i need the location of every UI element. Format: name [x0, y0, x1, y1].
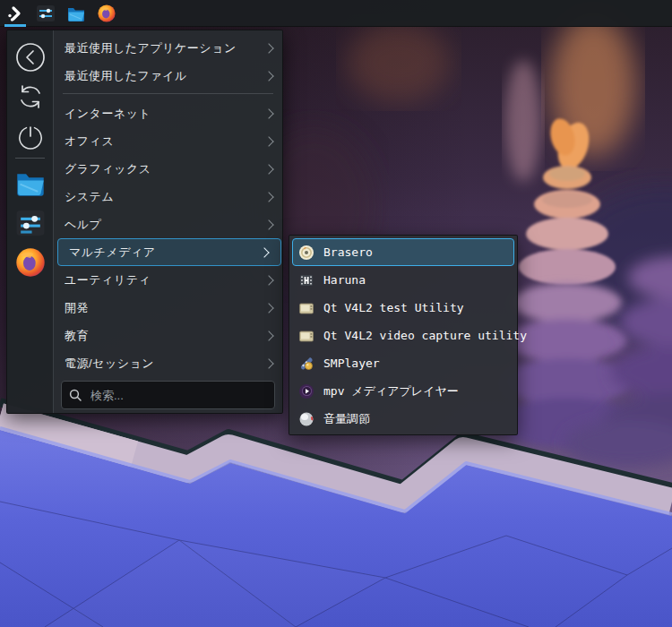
favorite-firefox[interactable]	[7, 245, 53, 280]
restart-button[interactable]	[7, 79, 53, 115]
shutdown-icon	[14, 121, 47, 153]
submenu-item-label: 音量調節	[323, 411, 370, 427]
application-launcher-menu: 最近使用したアプリケーション 最近使用したファイル インターネット オフィス グ…	[6, 30, 283, 414]
submenu-item-haruna[interactable]: Haruna	[292, 266, 514, 294]
launcher-sidebar	[7, 30, 54, 413]
taskbar-system-settings[interactable]	[30, 0, 61, 27]
search-box	[61, 381, 275, 409]
sidebar-separator	[15, 158, 45, 159]
menu-separator	[63, 93, 273, 94]
category-label: 電源/セッション	[65, 356, 265, 372]
category-label: ヘルプ	[65, 217, 265, 233]
taskbar-firefox[interactable]	[91, 0, 122, 27]
launcher-category-list: 最近使用したアプリケーション 最近使用したファイル インターネット オフィス グ…	[54, 30, 282, 413]
favorite-file-manager[interactable]	[7, 165, 53, 201]
submenu-item-label: Qt V4L2 video capture utility	[323, 329, 527, 342]
chevron-right-icon	[263, 303, 273, 313]
submenu-item-label: mpv メディアプレイヤー	[323, 383, 459, 399]
submenu-item-label: Haruna	[323, 273, 366, 287]
active-task-indicator	[4, 24, 26, 27]
back-button[interactable]	[7, 39, 53, 75]
smplayer-icon	[298, 356, 314, 372]
v4l2-tv-icon	[298, 328, 314, 344]
category-label: 教育	[65, 328, 265, 344]
category-internet[interactable]: インターネット	[54, 99, 285, 127]
submenu-item-volume-control[interactable]: 音量調節	[292, 405, 514, 433]
menu-item-recent-applications[interactable]: 最近使用したアプリケーション	[54, 34, 285, 62]
chevron-right-icon	[263, 219, 273, 229]
settings-sliders-icon	[15, 208, 46, 238]
category-development[interactable]: 開発	[54, 294, 285, 322]
submenu-item-label: Qt V4L2 test Utility	[323, 301, 464, 314]
volume-sphere-icon	[298, 411, 314, 427]
category-label: システム	[65, 189, 265, 205]
back-icon	[14, 41, 47, 73]
firefox-icon	[97, 4, 116, 23]
chevron-right-icon	[263, 71, 273, 81]
chevron-right-icon	[263, 192, 273, 202]
category-label: インターネット	[65, 106, 265, 122]
chevron-right-icon	[263, 331, 273, 340]
category-label: グラフィックス	[65, 161, 265, 177]
category-label: ユーティリティ	[65, 272, 265, 288]
folder-icon	[66, 4, 86, 23]
submenu-item-label: SMPlayer	[323, 356, 380, 370]
settings-sliders-icon	[36, 4, 56, 23]
category-power-session[interactable]: 電源/セッション	[54, 349, 285, 377]
chevron-right-icon	[263, 108, 273, 118]
search-icon	[69, 389, 82, 401]
mpv-icon	[298, 383, 314, 399]
chevron-right-icon	[263, 136, 273, 146]
chevron-right-icon	[263, 275, 273, 285]
submenu-item-qt-v4l2-test[interactable]: Qt V4L2 test Utility	[292, 294, 514, 322]
folder-icon	[14, 167, 47, 199]
chevron-right-icon	[259, 247, 269, 257]
submenu-item-brasero[interactable]: Brasero	[292, 238, 514, 266]
category-label: オフィス	[65, 133, 265, 150]
category-education[interactable]: 教育	[54, 322, 285, 349]
category-system[interactable]: システム	[54, 183, 285, 210]
submenu-item-qt-v4l2-capture[interactable]: Qt V4L2 video capture utility	[292, 322, 514, 349]
menu-item-label: 最近使用したアプリケーション	[65, 40, 265, 56]
search-input[interactable]	[89, 388, 267, 403]
chevron-right-icon	[263, 43, 273, 53]
kde-launcher-icon	[5, 4, 25, 23]
firefox-icon	[14, 246, 47, 279]
menu-item-label: 最近使用したファイル	[65, 68, 265, 84]
category-label: 開発	[65, 300, 265, 316]
brasero-disc-icon	[298, 245, 314, 261]
menu-item-recent-files[interactable]: 最近使用したファイル	[54, 62, 285, 90]
v4l2-tv-icon	[298, 300, 314, 316]
category-office[interactable]: オフィス	[54, 127, 285, 155]
top-panel	[0, 0, 672, 27]
taskbar-file-manager[interactable]	[61, 0, 91, 27]
category-label: マルチメディア	[69, 245, 261, 261]
category-help[interactable]: ヘルプ	[54, 210, 285, 238]
category-utilities[interactable]: ユーティリティ	[54, 266, 285, 294]
submenu-item-smplayer[interactable]: SMPlayer	[292, 349, 514, 377]
favorite-system-settings[interactable]	[7, 205, 53, 241]
taskbar-app-launcher[interactable]	[0, 0, 30, 27]
shutdown-button[interactable]	[7, 119, 53, 155]
submenu-item-label: Brasero	[323, 245, 373, 259]
submenu-item-mpv[interactable]: mpv メディアプレイヤー	[292, 377, 514, 405]
multimedia-submenu: Brasero Haruna Qt V4L2 test Utility Qt V…	[289, 235, 518, 435]
chevron-right-icon	[263, 164, 273, 174]
category-graphics[interactable]: グラフィックス	[54, 155, 285, 183]
chevron-right-icon	[263, 358, 273, 368]
haruna-player-icon	[298, 272, 314, 288]
category-multimedia[interactable]: マルチメディア	[57, 238, 281, 266]
restart-icon	[14, 81, 47, 113]
